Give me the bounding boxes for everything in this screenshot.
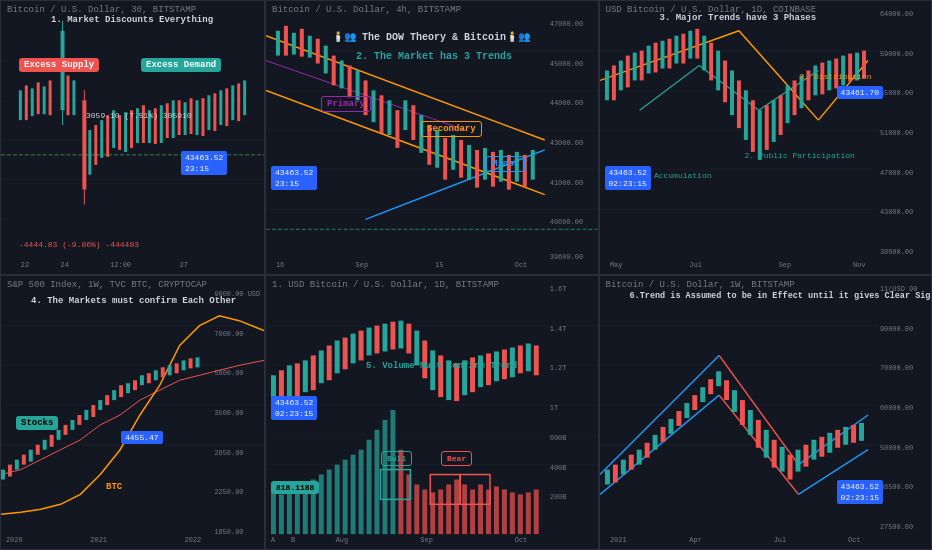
- svg-rect-184: [22, 455, 26, 465]
- svg-rect-239: [375, 326, 380, 354]
- svg-rect-321: [604, 470, 609, 485]
- svg-text:Aug: Aug: [336, 536, 349, 544]
- svg-rect-348: [819, 437, 824, 457]
- svg-rect-25: [118, 115, 121, 150]
- p5-price: 43463.52 02:23:15: [271, 396, 317, 420]
- svg-rect-283: [454, 480, 459, 535]
- p6-title: 6.Trend is Assumed to be in Effect until…: [630, 291, 933, 303]
- svg-rect-135: [667, 39, 671, 69]
- svg-rect-128: [618, 61, 622, 91]
- svg-rect-282: [446, 484, 451, 534]
- panel-5: 1. USD Bitcoin / U.S. Dollar, 1D, BITSTA…: [265, 275, 599, 550]
- svg-text:Sep: Sep: [778, 261, 790, 269]
- svg-rect-344: [787, 455, 792, 480]
- svg-text:12:00: 12:00: [110, 261, 131, 269]
- svg-rect-243: [406, 324, 411, 354]
- panel-2-header: Bitcoin / U.S. Dollar, 4h, BITSTAMP: [272, 5, 461, 15]
- svg-rect-92: [459, 140, 463, 178]
- svg-rect-323: [620, 460, 625, 475]
- svg-rect-139: [695, 29, 699, 59]
- svg-text:2020: 2020: [6, 536, 23, 544]
- svg-rect-260: [271, 489, 276, 534]
- panel-3: USD Bitcoin / U.S. Dollar, 1D, COINBASE …: [599, 0, 933, 275]
- p3-price1: 43461.70: [837, 86, 883, 99]
- svg-rect-11: [49, 80, 52, 115]
- svg-text:B: B: [291, 536, 295, 544]
- svg-text:55000.00: 55000.00: [879, 89, 912, 97]
- svg-text:2022: 2022: [185, 536, 202, 544]
- distribution-label: 3. Distribution: [800, 72, 872, 81]
- svg-rect-150: [771, 100, 775, 142]
- svg-rect-77: [340, 61, 344, 89]
- bear-label: Bear: [441, 451, 472, 466]
- p1-price2: 43463.52 23:15: [181, 151, 227, 175]
- svg-rect-289: [502, 489, 507, 534]
- svg-rect-274: [382, 420, 387, 534]
- svg-rect-193: [84, 410, 88, 420]
- svg-rect-327: [652, 435, 657, 450]
- p3-title: 3. Major Trends have 3 Phases: [660, 13, 817, 23]
- svg-rect-152: [785, 85, 789, 123]
- svg-rect-23: [106, 115, 109, 157]
- svg-text:60000.00: 60000.00: [879, 404, 912, 412]
- svg-rect-293: [534, 489, 539, 534]
- primary-label: Primary: [321, 96, 371, 112]
- svg-text:2021: 2021: [90, 536, 107, 544]
- svg-rect-43: [225, 88, 228, 126]
- svg-rect-291: [518, 494, 523, 534]
- svg-rect-208: [189, 358, 193, 368]
- svg-text:Nov: Nov: [853, 261, 865, 269]
- svg-rect-186: [36, 445, 40, 455]
- svg-rect-6: [19, 90, 22, 120]
- svg-rect-21: [94, 125, 97, 165]
- svg-text:1T: 1T: [550, 404, 558, 412]
- svg-rect-144: [730, 70, 734, 115]
- svg-rect-261: [279, 494, 284, 534]
- svg-rect-84: [395, 110, 399, 148]
- svg-rect-188: [50, 435, 54, 447]
- panel-1-header: Bitcoin / U.S. Dollar, 30, BITSTAMP: [7, 5, 196, 15]
- svg-rect-330: [676, 411, 681, 426]
- svg-rect-191: [70, 420, 74, 430]
- svg-rect-90: [443, 138, 447, 180]
- svg-rect-205: [168, 365, 172, 375]
- svg-rect-45: [237, 83, 240, 121]
- svg-rect-141: [709, 43, 713, 81]
- panel-5-header: 1. USD Bitcoin / U.S. Dollar, 1D, BITSTA…: [272, 280, 499, 290]
- svg-rect-338: [739, 400, 744, 425]
- svg-text:90000.00: 90000.00: [879, 325, 912, 333]
- svg-rect-351: [843, 427, 848, 445]
- p4-title: 4. The Markets must confirm Each Other: [31, 296, 236, 306]
- panel-6: Bitcoin / U.S. Dollar, 1W, BITSTAMP 11(U…: [599, 275, 933, 550]
- svg-text:Apr: Apr: [689, 536, 701, 544]
- svg-text:2250.00: 2250.00: [214, 488, 243, 496]
- svg-rect-195: [98, 400, 102, 410]
- p3-price2: 43463.52 02:23:15: [605, 166, 651, 190]
- svg-rect-185: [29, 450, 33, 462]
- svg-rect-339: [747, 410, 752, 435]
- svg-rect-129: [625, 56, 629, 88]
- p2-title: 2. The Market has 3 Trends: [356, 51, 512, 62]
- svg-text:45000.00: 45000.00: [550, 60, 583, 68]
- svg-rect-190: [64, 425, 68, 435]
- svg-rect-272: [367, 440, 372, 534]
- svg-rect-342: [771, 440, 776, 468]
- svg-rect-209: [196, 357, 200, 367]
- svg-rect-238: [367, 328, 372, 356]
- p6-price: 43463.52 02:23:15: [837, 480, 883, 504]
- svg-rect-149: [764, 105, 768, 150]
- svg-rect-147: [750, 100, 754, 152]
- svg-rect-347: [811, 440, 816, 460]
- svg-text:38500.00: 38500.00: [879, 483, 912, 491]
- p2-main-title: 🕯️👥 The DOW Theory & Bitcoin🕯️👥: [316, 31, 546, 43]
- svg-rect-130: [632, 53, 636, 81]
- svg-text:70000.00: 70000.00: [879, 364, 912, 372]
- svg-rect-20: [88, 130, 91, 175]
- svg-rect-353: [859, 423, 864, 441]
- svg-rect-40: [207, 95, 210, 130]
- svg-rect-329: [668, 419, 673, 434]
- svg-rect-228: [287, 365, 292, 400]
- svg-text:40600.00: 40600.00: [550, 218, 583, 226]
- svg-rect-73: [308, 36, 312, 58]
- minor-label: Minor: [486, 156, 525, 172]
